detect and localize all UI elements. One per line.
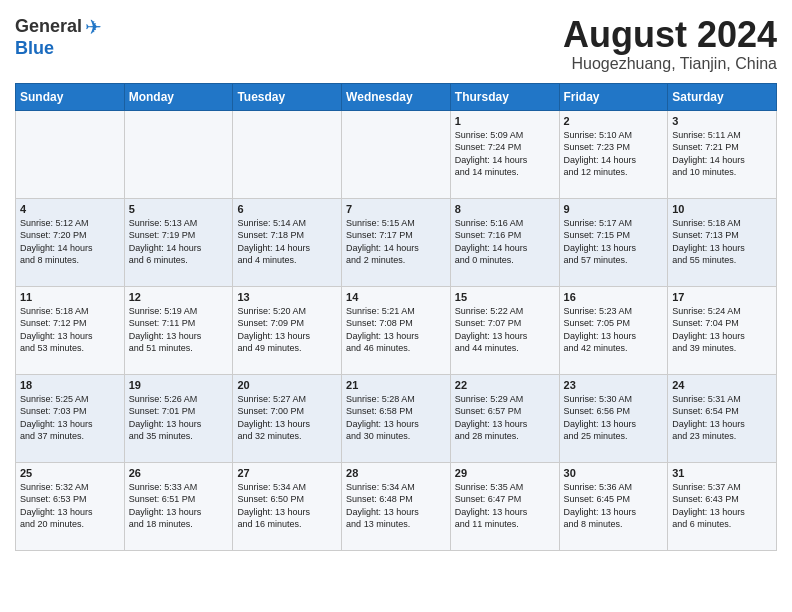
day-number: 18 (20, 379, 120, 391)
day-number: 9 (564, 203, 664, 215)
calendar-cell: 6Sunrise: 5:14 AM Sunset: 7:18 PM Daylig… (233, 198, 342, 286)
day-number: 14 (346, 291, 446, 303)
day-number: 7 (346, 203, 446, 215)
day-info: Sunrise: 5:13 AM Sunset: 7:19 PM Dayligh… (129, 217, 229, 267)
weekday-header-saturday: Saturday (668, 83, 777, 110)
day-number: 24 (672, 379, 772, 391)
day-info: Sunrise: 5:31 AM Sunset: 6:54 PM Dayligh… (672, 393, 772, 443)
day-info: Sunrise: 5:12 AM Sunset: 7:20 PM Dayligh… (20, 217, 120, 267)
calendar-cell: 2Sunrise: 5:10 AM Sunset: 7:23 PM Daylig… (559, 110, 668, 198)
day-info: Sunrise: 5:24 AM Sunset: 7:04 PM Dayligh… (672, 305, 772, 355)
weekday-header-sunday: Sunday (16, 83, 125, 110)
day-info: Sunrise: 5:21 AM Sunset: 7:08 PM Dayligh… (346, 305, 446, 355)
day-number: 17 (672, 291, 772, 303)
day-number: 15 (455, 291, 555, 303)
day-number: 25 (20, 467, 120, 479)
day-number: 4 (20, 203, 120, 215)
month-year: August 2024 (563, 15, 777, 55)
calendar-cell (233, 110, 342, 198)
day-info: Sunrise: 5:10 AM Sunset: 7:23 PM Dayligh… (564, 129, 664, 179)
day-info: Sunrise: 5:20 AM Sunset: 7:09 PM Dayligh… (237, 305, 337, 355)
calendar-cell: 9Sunrise: 5:17 AM Sunset: 7:15 PM Daylig… (559, 198, 668, 286)
day-info: Sunrise: 5:23 AM Sunset: 7:05 PM Dayligh… (564, 305, 664, 355)
day-number: 22 (455, 379, 555, 391)
day-info: Sunrise: 5:16 AM Sunset: 7:16 PM Dayligh… (455, 217, 555, 267)
calendar-cell: 22Sunrise: 5:29 AM Sunset: 6:57 PM Dayli… (450, 374, 559, 462)
day-number: 23 (564, 379, 664, 391)
day-number: 30 (564, 467, 664, 479)
calendar-cell: 4Sunrise: 5:12 AM Sunset: 7:20 PM Daylig… (16, 198, 125, 286)
day-number: 13 (237, 291, 337, 303)
day-info: Sunrise: 5:18 AM Sunset: 7:12 PM Dayligh… (20, 305, 120, 355)
day-number: 1 (455, 115, 555, 127)
day-info: Sunrise: 5:14 AM Sunset: 7:18 PM Dayligh… (237, 217, 337, 267)
day-number: 3 (672, 115, 772, 127)
weekday-header-friday: Friday (559, 83, 668, 110)
day-number: 2 (564, 115, 664, 127)
location: Huogezhuang, Tianjin, China (563, 55, 777, 73)
weekday-header-thursday: Thursday (450, 83, 559, 110)
calendar-cell: 3Sunrise: 5:11 AM Sunset: 7:21 PM Daylig… (668, 110, 777, 198)
day-number: 20 (237, 379, 337, 391)
calendar-cell: 12Sunrise: 5:19 AM Sunset: 7:11 PM Dayli… (124, 286, 233, 374)
calendar-cell (342, 110, 451, 198)
day-info: Sunrise: 5:26 AM Sunset: 7:01 PM Dayligh… (129, 393, 229, 443)
page-header: General ✈ Blue August 2024 Huogezhuang, … (15, 15, 777, 73)
day-info: Sunrise: 5:37 AM Sunset: 6:43 PM Dayligh… (672, 481, 772, 531)
calendar-cell (16, 110, 125, 198)
calendar-cell: 1Sunrise: 5:09 AM Sunset: 7:24 PM Daylig… (450, 110, 559, 198)
day-number: 6 (237, 203, 337, 215)
weekday-header-tuesday: Tuesday (233, 83, 342, 110)
logo-text-general: General (15, 17, 82, 37)
logo-text-blue: Blue (15, 38, 54, 58)
calendar-cell: 28Sunrise: 5:34 AM Sunset: 6:48 PM Dayli… (342, 462, 451, 550)
day-info: Sunrise: 5:17 AM Sunset: 7:15 PM Dayligh… (564, 217, 664, 267)
day-number: 16 (564, 291, 664, 303)
calendar-cell: 13Sunrise: 5:20 AM Sunset: 7:09 PM Dayli… (233, 286, 342, 374)
calendar-cell: 8Sunrise: 5:16 AM Sunset: 7:16 PM Daylig… (450, 198, 559, 286)
calendar-cell: 7Sunrise: 5:15 AM Sunset: 7:17 PM Daylig… (342, 198, 451, 286)
calendar-table: SundayMondayTuesdayWednesdayThursdayFrid… (15, 83, 777, 551)
day-info: Sunrise: 5:09 AM Sunset: 7:24 PM Dayligh… (455, 129, 555, 179)
calendar-cell: 5Sunrise: 5:13 AM Sunset: 7:19 PM Daylig… (124, 198, 233, 286)
day-number: 27 (237, 467, 337, 479)
day-number: 21 (346, 379, 446, 391)
day-number: 28 (346, 467, 446, 479)
title-block: August 2024 Huogezhuang, Tianjin, China (563, 15, 777, 73)
day-number: 8 (455, 203, 555, 215)
weekday-header-wednesday: Wednesday (342, 83, 451, 110)
day-number: 10 (672, 203, 772, 215)
bird-icon: ✈ (85, 15, 102, 39)
day-info: Sunrise: 5:22 AM Sunset: 7:07 PM Dayligh… (455, 305, 555, 355)
calendar-cell: 19Sunrise: 5:26 AM Sunset: 7:01 PM Dayli… (124, 374, 233, 462)
weekday-header-monday: Monday (124, 83, 233, 110)
day-number: 26 (129, 467, 229, 479)
calendar-cell: 17Sunrise: 5:24 AM Sunset: 7:04 PM Dayli… (668, 286, 777, 374)
day-info: Sunrise: 5:32 AM Sunset: 6:53 PM Dayligh… (20, 481, 120, 531)
calendar-cell: 16Sunrise: 5:23 AM Sunset: 7:05 PM Dayli… (559, 286, 668, 374)
calendar-cell: 25Sunrise: 5:32 AM Sunset: 6:53 PM Dayli… (16, 462, 125, 550)
day-info: Sunrise: 5:29 AM Sunset: 6:57 PM Dayligh… (455, 393, 555, 443)
calendar-cell: 11Sunrise: 5:18 AM Sunset: 7:12 PM Dayli… (16, 286, 125, 374)
calendar-cell: 26Sunrise: 5:33 AM Sunset: 6:51 PM Dayli… (124, 462, 233, 550)
calendar-cell: 27Sunrise: 5:34 AM Sunset: 6:50 PM Dayli… (233, 462, 342, 550)
calendar-cell (124, 110, 233, 198)
calendar-cell: 31Sunrise: 5:37 AM Sunset: 6:43 PM Dayli… (668, 462, 777, 550)
day-number: 29 (455, 467, 555, 479)
day-info: Sunrise: 5:11 AM Sunset: 7:21 PM Dayligh… (672, 129, 772, 179)
day-info: Sunrise: 5:25 AM Sunset: 7:03 PM Dayligh… (20, 393, 120, 443)
calendar-cell: 20Sunrise: 5:27 AM Sunset: 7:00 PM Dayli… (233, 374, 342, 462)
calendar-cell: 18Sunrise: 5:25 AM Sunset: 7:03 PM Dayli… (16, 374, 125, 462)
day-info: Sunrise: 5:19 AM Sunset: 7:11 PM Dayligh… (129, 305, 229, 355)
day-number: 19 (129, 379, 229, 391)
day-number: 11 (20, 291, 120, 303)
day-number: 31 (672, 467, 772, 479)
day-info: Sunrise: 5:28 AM Sunset: 6:58 PM Dayligh… (346, 393, 446, 443)
calendar-cell: 23Sunrise: 5:30 AM Sunset: 6:56 PM Dayli… (559, 374, 668, 462)
calendar-cell: 10Sunrise: 5:18 AM Sunset: 7:13 PM Dayli… (668, 198, 777, 286)
logo: General ✈ Blue (15, 15, 102, 59)
day-info: Sunrise: 5:34 AM Sunset: 6:48 PM Dayligh… (346, 481, 446, 531)
calendar-cell: 15Sunrise: 5:22 AM Sunset: 7:07 PM Dayli… (450, 286, 559, 374)
calendar-cell: 14Sunrise: 5:21 AM Sunset: 7:08 PM Dayli… (342, 286, 451, 374)
day-info: Sunrise: 5:18 AM Sunset: 7:13 PM Dayligh… (672, 217, 772, 267)
